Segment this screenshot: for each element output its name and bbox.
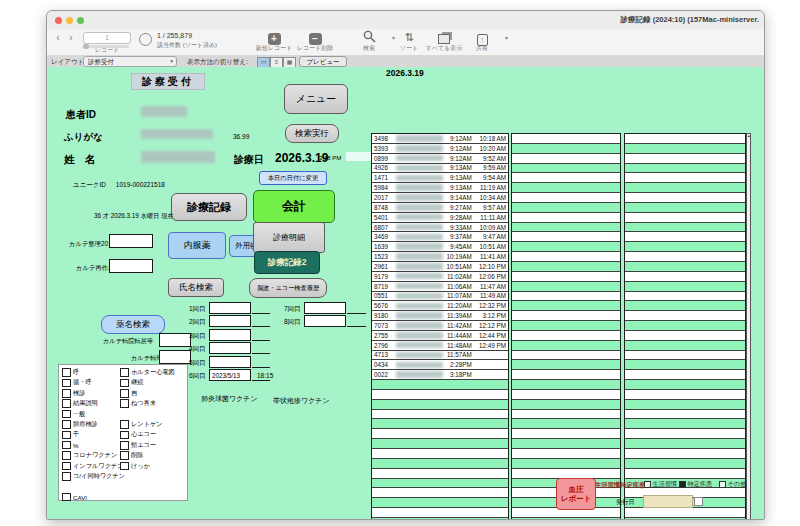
table-row[interactable]: 917911:02AM12:06 PM bbox=[372, 272, 508, 282]
checkbox-right-5[interactable]: レントゲン bbox=[120, 420, 163, 429]
checkbox-right-0[interactable]: ホルター心電図 bbox=[120, 368, 175, 377]
table-row-empty[interactable] bbox=[372, 498, 508, 508]
table-row-col3[interactable] bbox=[625, 351, 745, 361]
table-row[interactable]: 871911:06AM11:47 AM bbox=[372, 282, 508, 292]
list-view-icon[interactable]: ≡ bbox=[270, 57, 283, 68]
table-row-empty[interactable] bbox=[372, 400, 508, 410]
table-row[interactable]: 04342:28PM bbox=[372, 360, 508, 370]
checkbox-left-6[interactable]: 干 bbox=[62, 430, 79, 439]
visit-field-8[interactable] bbox=[304, 315, 346, 327]
checkbox-right-7[interactable]: 頸エコー bbox=[120, 441, 156, 450]
table-row[interactable]: 49269:13AM9:59 AM bbox=[372, 164, 508, 174]
table-row-col2[interactable] bbox=[512, 380, 620, 390]
visit-field-3[interactable] bbox=[209, 329, 251, 341]
patient-id-value-redacted[interactable] bbox=[141, 106, 187, 117]
table-row-col2[interactable] bbox=[512, 173, 620, 183]
table-row[interactable]: 00223:18PM bbox=[372, 370, 508, 380]
table-row-col3[interactable] bbox=[625, 134, 745, 144]
table-row-col2[interactable] bbox=[512, 360, 620, 370]
table-view-icon[interactable]: ▦ bbox=[283, 57, 296, 68]
table-row[interactable]: 34699:37AM9:47 AM bbox=[372, 232, 508, 242]
table-scrollbar[interactable]: ▲ ▼ bbox=[746, 133, 751, 520]
medicine-search-button[interactable]: 薬名検索 bbox=[101, 315, 165, 334]
table-row[interactable]: 54019:28AM11:11 AM bbox=[372, 213, 508, 223]
calendar-icon[interactable] bbox=[694, 497, 703, 506]
table-row[interactable]: 14719:13AM9:54 AM bbox=[372, 173, 508, 183]
table-row[interactable]: 87489:27AM9:57 AM bbox=[372, 203, 508, 213]
furigana-value-redacted[interactable] bbox=[141, 129, 213, 139]
table-row-col2[interactable] bbox=[512, 272, 620, 282]
checkbox-box-icon[interactable] bbox=[120, 441, 129, 450]
table-row-col3[interactable] bbox=[625, 410, 745, 420]
table-row-col2[interactable] bbox=[512, 242, 620, 252]
table-row-col3[interactable] bbox=[625, 183, 745, 193]
table-row-col2[interactable] bbox=[512, 164, 620, 174]
table-row-col2[interactable] bbox=[512, 262, 620, 272]
table-row-col2[interactable] bbox=[512, 193, 620, 203]
table-row[interactable]: 152310:19AM11:41 AM bbox=[372, 252, 508, 262]
karte-2015-field[interactable] bbox=[109, 234, 153, 248]
table-row-col2[interactable] bbox=[512, 321, 620, 331]
checkbox-left-3[interactable]: 結果説明 bbox=[62, 399, 98, 408]
checkbox-right-8[interactable]: 削除 bbox=[120, 451, 143, 460]
checkbox-left-4[interactable]: 一般 bbox=[62, 410, 85, 419]
issue-date-field[interactable] bbox=[643, 495, 693, 508]
visit-field-4[interactable] bbox=[209, 342, 251, 354]
table-row-col3[interactable] bbox=[625, 331, 745, 341]
checkbox-box-icon[interactable] bbox=[62, 431, 71, 440]
table-row-col3[interactable] bbox=[625, 439, 745, 449]
checkbox-right-3[interactable]: ねつ再来 bbox=[120, 399, 156, 408]
table-row-col2[interactable] bbox=[512, 341, 620, 351]
blood-pressure-report-button[interactable]: 血圧 レポート bbox=[556, 478, 596, 510]
checkbox-box-icon[interactable] bbox=[120, 451, 129, 460]
table-row-empty[interactable] bbox=[372, 390, 508, 400]
visit-field-1[interactable] bbox=[209, 302, 251, 314]
visit-field-5[interactable] bbox=[209, 356, 251, 368]
minimize-window-icon[interactable] bbox=[66, 17, 73, 24]
checkbox-left-2[interactable]: 検診 bbox=[62, 389, 85, 398]
table-row[interactable]: 296110:51AM12:10 PM bbox=[372, 262, 508, 272]
table-row-col2[interactable] bbox=[512, 134, 620, 144]
checkbox-left-7[interactable]: % bbox=[62, 441, 79, 450]
checkbox-right-9[interactable]: けっか bbox=[120, 462, 150, 471]
name-search-button[interactable]: 氏名検索 bbox=[168, 278, 224, 297]
table-row[interactable]: 53939:12AM10:20 AM bbox=[372, 144, 508, 154]
checkbox-left-12[interactable]: CAVI bbox=[62, 493, 87, 502]
table-row-empty[interactable] bbox=[372, 508, 508, 518]
table-row-col3[interactable] bbox=[625, 360, 745, 370]
table-row-col3[interactable] bbox=[625, 262, 745, 272]
radio-selected-icon[interactable] bbox=[679, 481, 686, 488]
table-row[interactable]: 279611:48AM12:49 PM bbox=[372, 341, 508, 351]
table-row-empty[interactable] bbox=[372, 479, 508, 489]
table-row-empty[interactable] bbox=[372, 459, 508, 469]
checkbox-left-10[interactable]: コ/イ同時ワクチン bbox=[62, 472, 125, 481]
checkbox-box-icon[interactable] bbox=[120, 462, 129, 471]
checkbox-left-0[interactable]: 呼 bbox=[62, 368, 79, 377]
table-row-empty[interactable] bbox=[372, 380, 508, 390]
naifuku-button[interactable]: 内服薬 bbox=[168, 232, 226, 259]
table-row-col2[interactable] bbox=[512, 282, 620, 292]
checkbox-box-icon[interactable] bbox=[120, 399, 129, 408]
table-row-col3[interactable] bbox=[625, 311, 745, 321]
checkbox-box-icon[interactable] bbox=[62, 493, 71, 502]
table-row-col3[interactable] bbox=[625, 508, 745, 518]
table-row[interactable]: 34989:12AM10:18 AM bbox=[372, 134, 508, 144]
table-row-col2[interactable] bbox=[512, 331, 620, 341]
table-row-col2[interactable] bbox=[512, 301, 620, 311]
checkbox-box-icon[interactable] bbox=[62, 441, 71, 450]
table-row[interactable]: 59849:13AM11:19 AM bbox=[372, 183, 508, 193]
chevron-down-icon[interactable]: ▾ bbox=[505, 34, 508, 41]
table-row-col2[interactable] bbox=[512, 252, 620, 262]
table-row[interactable]: 20179:14AM10:34 AM bbox=[372, 193, 508, 203]
table-row-empty[interactable] bbox=[372, 449, 508, 459]
table-row-col3[interactable] bbox=[625, 321, 745, 331]
name-value-redacted[interactable] bbox=[141, 151, 215, 163]
table-row-col3[interactable] bbox=[625, 400, 745, 410]
close-window-icon[interactable] bbox=[55, 17, 62, 24]
checkbox-left-1[interactable]: 循・呼 bbox=[62, 378, 92, 387]
layout-select[interactable]: 診察受付▾ bbox=[83, 56, 177, 67]
checkbox-box-icon[interactable] bbox=[62, 399, 71, 408]
table-row-col2[interactable] bbox=[512, 400, 620, 410]
karte-recreate-field[interactable] bbox=[109, 259, 153, 273]
table-row[interactable]: 16399:45AM10:51 AM bbox=[372, 242, 508, 252]
